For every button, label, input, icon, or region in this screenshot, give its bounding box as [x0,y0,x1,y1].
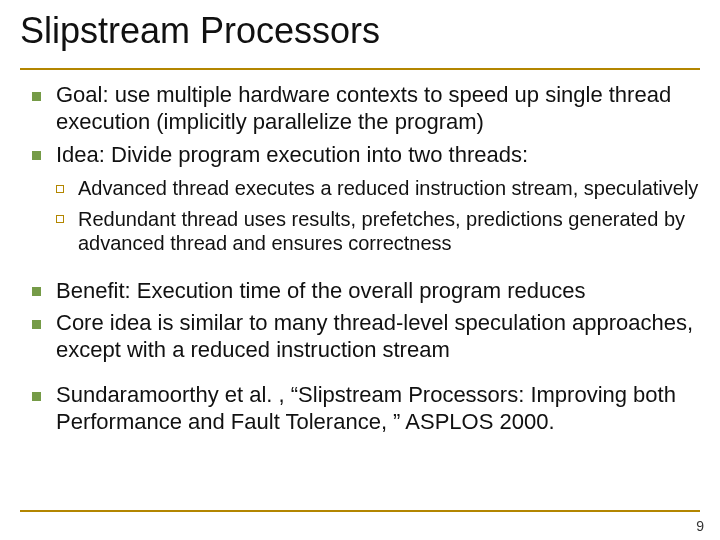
bullet-text: Sundaramoorthy et al. , “Slipstream Proc… [56,382,676,434]
list-item: Idea: Divide program execution into two … [26,142,700,169]
list-item: Goal: use multiple hardware contexts to … [26,82,700,136]
list-item: Advanced thread executes a reduced instr… [52,176,700,200]
bottom-rule [20,510,700,512]
title-rule [20,68,700,70]
page-number: 9 [696,518,704,534]
bullet-text: Core idea is similar to many thread-leve… [56,310,693,362]
bullet-list-1: Goal: use multiple hardware contexts to … [20,82,700,168]
sub-bullet-list: Advanced thread executes a reduced instr… [20,176,700,255]
bullet-text: Idea: Divide program execution into two … [56,142,528,167]
bullet-text: Goal: use multiple hardware contexts to … [56,82,671,134]
bullet-text: Redundant thread uses results, prefetche… [78,208,685,254]
spacer [20,370,700,382]
bullet-text: Benefit: Execution time of the overall p… [56,278,586,303]
slide-body: Goal: use multiple hardware contexts to … [20,82,700,436]
spacer [20,266,700,278]
list-item: Benefit: Execution time of the overall p… [26,278,700,305]
slide: Slipstream Processors Goal: use multiple… [0,0,720,540]
slide-title: Slipstream Processors [20,10,700,58]
list-item: Sundaramoorthy et al. , “Slipstream Proc… [26,382,700,436]
bullet-text: Advanced thread executes a reduced instr… [78,177,698,199]
list-item: Redundant thread uses results, prefetche… [52,207,700,256]
bullet-list-3: Sundaramoorthy et al. , “Slipstream Proc… [20,382,700,436]
list-item: Core idea is similar to many thread-leve… [26,310,700,364]
bullet-list-2: Benefit: Execution time of the overall p… [20,278,700,364]
